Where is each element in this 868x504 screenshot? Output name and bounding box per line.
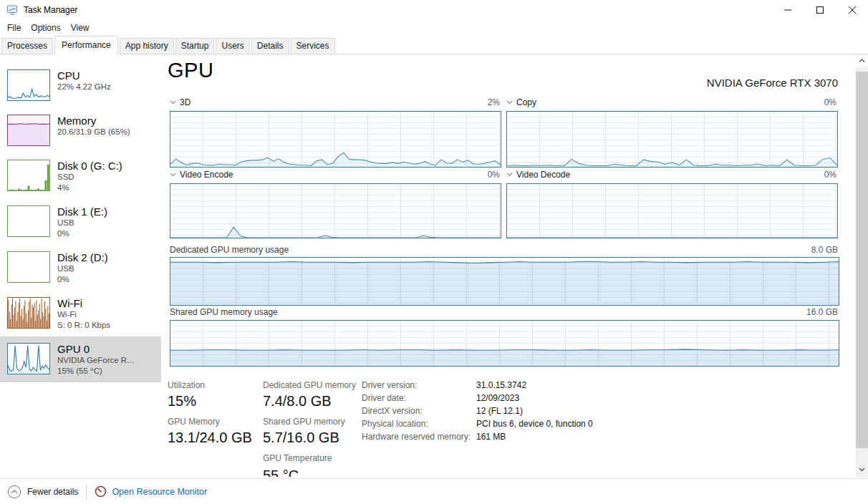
stat-label-dedicated-memory: Dedicated GPU memory bbox=[263, 380, 356, 390]
sidebar-item-title: Disk 1 (E:) bbox=[57, 205, 107, 218]
panel-max-value: 8.0 GB bbox=[811, 245, 838, 255]
disk2-thumbnail-chart bbox=[7, 251, 50, 283]
sidebar-item-disk1[interactable]: Disk 1 (E:) USB 0% bbox=[0, 199, 161, 245]
gpu-device-name: NVIDIA GeForce RTX 3070 bbox=[707, 77, 838, 89]
chevron-down-icon bbox=[506, 100, 513, 105]
maximize-button[interactable] bbox=[804, 0, 836, 20]
tab-startup[interactable]: Startup bbox=[175, 38, 215, 54]
open-resource-monitor-link[interactable]: Open Resource Monitor bbox=[95, 485, 207, 498]
menu-file[interactable]: File bbox=[4, 21, 27, 35]
sidebar-item-sub: 4% bbox=[57, 183, 122, 193]
panel-header-3d[interactable]: 3D 2% bbox=[170, 97, 500, 107]
cpu-thumbnail-chart bbox=[7, 69, 50, 101]
disk1-thumbnail-chart bbox=[7, 205, 50, 237]
panel-label: 3D bbox=[180, 97, 191, 107]
menu-bar: File Options View bbox=[0, 20, 868, 36]
panel-value: 2% bbox=[488, 97, 500, 107]
stat-label-shared-memory: Shared GPU memory bbox=[263, 417, 345, 427]
sidebar-item-sub: Wi-Fi bbox=[57, 309, 110, 320]
sidebar-item-sub: 20.6/31.9 GB (65%) bbox=[57, 127, 130, 137]
detail-label-driver-version: Driver version: bbox=[362, 380, 417, 390]
fewer-details-button[interactable]: Fewer details bbox=[7, 485, 78, 499]
tab-users[interactable]: Users bbox=[216, 38, 249, 54]
sidebar-item-disk2[interactable]: Disk 2 (D:) USB 0% bbox=[0, 245, 161, 291]
detail-value-driver-date: 12/09/2023 bbox=[476, 393, 519, 403]
panel-label: Copy bbox=[516, 97, 536, 107]
panel-label: Video Decode bbox=[516, 170, 570, 180]
scrollbar-thumb[interactable] bbox=[856, 72, 868, 448]
tab-services[interactable]: Services bbox=[291, 38, 335, 54]
tab-performance[interactable]: Performance bbox=[54, 36, 118, 54]
sidebar-item-disk0[interactable]: Disk 0 (G: C:) SSD 4% bbox=[0, 153, 161, 199]
chevron-down-icon bbox=[506, 173, 513, 177]
panel-value: 0% bbox=[824, 170, 836, 180]
open-resource-monitor-label: Open Resource Monitor bbox=[112, 487, 207, 497]
stat-value-dedicated-memory: 7.4/8.0 GB bbox=[263, 393, 332, 410]
chart-copy bbox=[506, 111, 838, 168]
sidebar-item-sub: S: 0 R: 0 Kbps bbox=[57, 320, 110, 331]
tab-app-history[interactable]: App history bbox=[120, 38, 174, 54]
panel-header-copy[interactable]: Copy 0% bbox=[506, 97, 836, 107]
detail-value-physical-location: PCI bus 6, device 0, function 0 bbox=[476, 419, 593, 429]
gpu-detail-pane: GPU NVIDIA GeForce RTX 3070 3D 2% Copy 0… bbox=[167, 54, 841, 477]
detail-label-driver-date: Driver date: bbox=[362, 393, 406, 403]
wifi-thumbnail-chart bbox=[7, 297, 50, 329]
sidebar-item-cpu[interactable]: CPU 22% 4.22 GHz bbox=[0, 63, 161, 108]
panel-max-value: 16.0 GB bbox=[806, 307, 838, 317]
panel-header-shared-memory: Shared GPU memory usage 16.0 GB bbox=[170, 307, 838, 317]
page-title: GPU bbox=[168, 59, 213, 82]
tab-strip: Processes Performance App history Startu… bbox=[0, 36, 868, 54]
chevron-down-icon bbox=[170, 100, 176, 105]
menu-options[interactable]: Options bbox=[27, 21, 67, 35]
panel-label: Shared GPU memory usage bbox=[170, 307, 278, 317]
panel-header-video-decode[interactable]: Video Decode 0% bbox=[506, 170, 836, 180]
sidebar-item-sub: 0% bbox=[57, 274, 108, 285]
detail-value-directx-version: 12 (FL 12.1) bbox=[476, 406, 523, 416]
resource-monitor-icon bbox=[95, 485, 107, 498]
close-icon bbox=[849, 6, 856, 14]
close-button[interactable] bbox=[836, 0, 868, 20]
chart-3d bbox=[170, 111, 501, 168]
panel-label: Video Encode bbox=[180, 170, 233, 180]
detail-label-directx-version: DirectX version: bbox=[362, 406, 423, 416]
fewer-details-label: Fewer details bbox=[27, 487, 78, 497]
minimize-icon bbox=[784, 6, 791, 14]
chart-dedicated-memory bbox=[170, 257, 839, 306]
chevron-down-icon bbox=[170, 173, 176, 177]
scroll-down-icon bbox=[859, 467, 865, 472]
detail-value-driver-version: 31.0.15.3742 bbox=[476, 380, 526, 390]
minimize-button[interactable] bbox=[771, 0, 804, 20]
stat-label-gpu-memory: GPU Memory bbox=[168, 417, 220, 427]
stat-label-utilization: Utilization bbox=[168, 380, 205, 390]
sidebar-item-sub: USB bbox=[57, 263, 108, 274]
scroll-up-button[interactable] bbox=[856, 54, 868, 67]
sidebar-item-title: Disk 2 (D:) bbox=[57, 251, 108, 263]
memory-thumbnail-chart bbox=[7, 115, 50, 146]
stat-value-gpu-temperature: 55 °C bbox=[263, 467, 299, 477]
sidebar-item-memory[interactable]: Memory 20.6/31.9 GB (65%) bbox=[0, 108, 161, 153]
stat-value-utilization: 15% bbox=[168, 393, 196, 410]
panel-header-dedicated-memory: Dedicated GPU memory usage 8.0 GB bbox=[170, 245, 838, 255]
chart-video-encode bbox=[170, 183, 501, 238]
performance-content: CPU 22% 4.22 GHz Memory 20.6/31.9 GB (65… bbox=[0, 54, 868, 478]
detail-label-physical-location: Physical location: bbox=[362, 419, 428, 429]
sidebar-item-title: Disk 0 (G: C:) bbox=[57, 160, 122, 172]
tab-processes[interactable]: Processes bbox=[1, 38, 53, 54]
sidebar-item-title: Wi-Fi bbox=[57, 297, 110, 309]
sidebar-item-title: CPU bbox=[57, 69, 111, 82]
scroll-down-button[interactable] bbox=[856, 463, 868, 475]
panel-header-video-encode[interactable]: Video Encode 0% bbox=[170, 170, 500, 180]
sidebar-item-title: GPU 0 bbox=[57, 343, 134, 355]
stat-value-shared-memory: 5.7/16.0 GB bbox=[263, 430, 339, 446]
menu-view[interactable]: View bbox=[67, 21, 96, 35]
tab-details[interactable]: Details bbox=[251, 38, 289, 54]
sidebar-item-wifi[interactable]: Wi-Fi Wi-Fi S: 0 R: 0 Kbps bbox=[0, 291, 161, 336]
sidebar-item-sub: USB bbox=[57, 218, 107, 228]
footer-divider bbox=[86, 485, 87, 499]
vertical-scrollbar[interactable] bbox=[856, 54, 868, 477]
sidebar-item-gpu0[interactable]: GPU 0 NVIDIA GeForce R... 15% (55 °C) bbox=[0, 336, 161, 382]
panel-label: Dedicated GPU memory usage bbox=[170, 245, 289, 255]
chart-shared-memory bbox=[170, 320, 839, 367]
detail-label-hardware-reserved-memory: Hardware reserved memory: bbox=[362, 432, 471, 442]
stat-value-gpu-memory: 13.1/24.0 GB bbox=[168, 430, 252, 446]
